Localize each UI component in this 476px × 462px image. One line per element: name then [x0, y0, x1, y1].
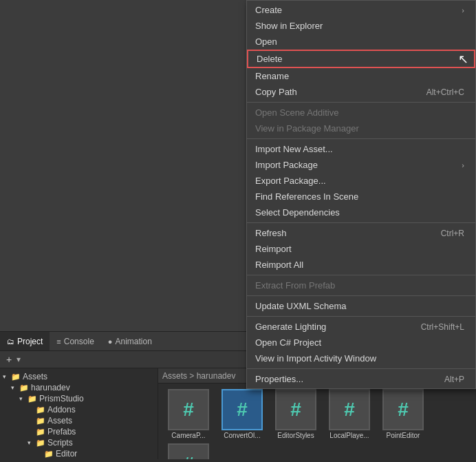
- dropdown-arrow[interactable]: ▾: [17, 355, 21, 364]
- menu-item-view-import-activity[interactable]: View in Import Activity Window: [247, 350, 475, 366]
- asset-icon-editorstyles: #: [275, 389, 316, 430]
- menu-item-generate-lighting[interactable]: Generate Lighting Ctrl+Shift+L: [247, 319, 475, 335]
- menu-item-open-csharp[interactable]: Open C# Project: [247, 335, 475, 350]
- asset-icon-convertol: #: [221, 389, 263, 430]
- copy-path-shortcut: Alt+Ctrl+C: [426, 87, 464, 97]
- separator-3: [247, 222, 475, 223]
- tab-project-label: Project: [17, 337, 43, 346]
- tree-item-assets2[interactable]: 📁 Assets: [0, 415, 158, 426]
- tree-item-prismstudio[interactable]: ▾ 📁 PrismStudio: [0, 393, 158, 404]
- asset-icon-preventun: #: [168, 443, 209, 459]
- menu-item-update-uxml[interactable]: Update UXML Schema: [247, 298, 475, 314]
- asset-icon-pointeditor: #: [382, 389, 424, 430]
- separator-5: [247, 295, 475, 296]
- menu-item-extract-prefab: Extract From Prefab: [247, 277, 475, 293]
- separator-4: [247, 275, 475, 275]
- menu-item-open[interactable]: Open: [247, 34, 475, 50]
- context-menu: Create › Show in Explorer Open Delete ↖ …: [246, 0, 476, 389]
- animation-tab-icon: ●: [108, 337, 113, 346]
- refresh-shortcut: Ctrl+R: [441, 229, 464, 238]
- menu-item-refresh[interactable]: Refresh Ctrl+R: [247, 225, 475, 241]
- asset-label-localplaye: LocalPlaye...: [325, 432, 374, 439]
- tab-console-label: Console: [64, 337, 94, 346]
- asset-label-editorstyles: EditorStyles: [271, 432, 321, 439]
- add-button[interactable]: +: [4, 353, 14, 366]
- menu-item-open-scene: Open Scene Additive: [247, 105, 475, 120]
- menu-item-show-explorer[interactable]: Show in Explorer: [247, 18, 475, 34]
- asset-localplaye[interactable]: # LocalPlaye...: [325, 389, 374, 439]
- menu-item-delete[interactable]: Delete ↖: [247, 50, 475, 68]
- asset-pointeditor[interactable]: # PointEditor: [378, 389, 428, 439]
- file-tree: ▾ 📁 Assets ▾ 📁 harunadev ▾ 📁 PrismStudio…: [0, 368, 158, 459]
- menu-item-reimport[interactable]: Reimport: [247, 241, 475, 257]
- tree-item-scripts[interactable]: ▾ 📁 Scripts: [0, 437, 158, 448]
- properties-shortcut: Alt+P: [444, 375, 464, 384]
- menu-item-create[interactable]: Create ›: [247, 2, 475, 18]
- separator-2: [247, 138, 475, 139]
- tree-item-harunadev[interactable]: ▾ 📁 harunadev: [0, 382, 158, 393]
- asset-preventun[interactable]: # PreventUn...: [164, 443, 213, 459]
- asset-editorstyles[interactable]: # EditorStyles: [271, 389, 321, 439]
- menu-item-import-new-asset[interactable]: Import New Asset...: [247, 141, 475, 157]
- menu-item-reimport-all[interactable]: Reimport All: [247, 257, 475, 273]
- asset-label-convertol: ConvertOl...: [217, 432, 267, 439]
- asset-icon-camerapr: #: [168, 389, 209, 430]
- menu-item-view-package-manager: View in Package Manager: [247, 120, 475, 136]
- tab-project[interactable]: 🗂 Project: [0, 332, 50, 350]
- separator-1: [247, 102, 475, 103]
- project-tab-icon: 🗂: [7, 337, 14, 346]
- tab-animation[interactable]: ● Animation: [101, 332, 159, 350]
- tree-item-assets[interactable]: ▾ 📁 Assets: [0, 371, 158, 382]
- tree-item-prefabs[interactable]: 📁 Prefabs: [0, 426, 158, 437]
- menu-item-export-package[interactable]: Export Package...: [247, 173, 475, 189]
- separator-7: [247, 368, 475, 369]
- menu-item-properties[interactable]: Properties... Alt+P: [247, 371, 475, 387]
- menu-item-copy-path[interactable]: Copy Path Alt+Ctrl+C: [247, 84, 475, 100]
- asset-camerapr[interactable]: # CameraP...: [164, 389, 213, 439]
- asset-icon-localplaye: #: [329, 389, 370, 430]
- assets-area: # CameraP... # ConvertOl... # EditorStyl…: [158, 384, 476, 459]
- tree-item-addons[interactable]: 📁 Addons: [0, 404, 158, 415]
- asset-convertol[interactable]: # ConvertOl...: [217, 389, 267, 439]
- menu-item-find-references[interactable]: Find References In Scene: [247, 189, 475, 204]
- tree-item-editor[interactable]: 📁 Editor: [0, 448, 158, 459]
- mouse-cursor-icon: ↖: [458, 52, 468, 67]
- import-package-arrow-icon: ›: [462, 161, 464, 169]
- menu-item-import-package[interactable]: Import Package ›: [247, 157, 475, 173]
- asset-label-camerapr: CameraP...: [164, 432, 213, 439]
- menu-item-rename[interactable]: Rename: [247, 68, 475, 84]
- tab-console[interactable]: ≡ Console: [50, 332, 100, 350]
- console-tab-icon: ≡: [56, 337, 61, 346]
- menu-item-select-dependencies[interactable]: Select Dependencies: [247, 204, 475, 220]
- asset-label-pointeditor: PointEditor: [378, 432, 428, 439]
- generate-lighting-shortcut: Ctrl+Shift+L: [421, 322, 464, 332]
- separator-6: [247, 316, 475, 317]
- create-arrow-icon: ›: [462, 6, 464, 14]
- tab-animation-label: Animation: [115, 337, 151, 346]
